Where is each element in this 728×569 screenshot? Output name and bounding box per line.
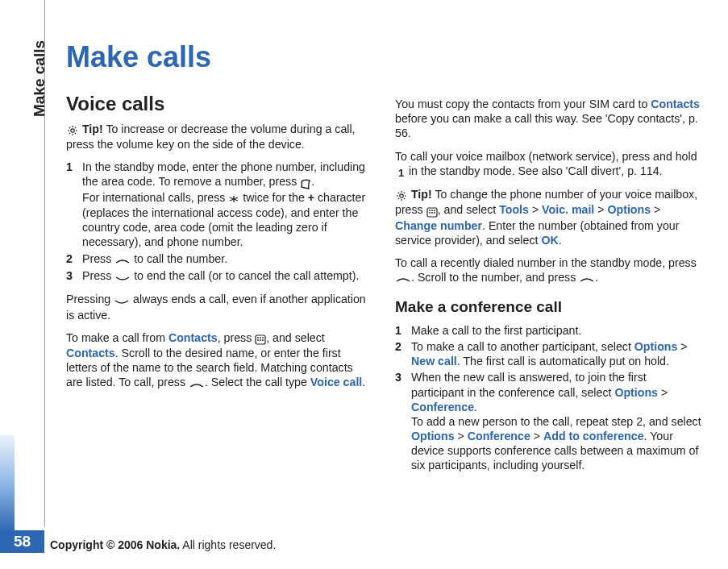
text: > — [658, 386, 668, 399]
link-conference: Conference — [468, 430, 530, 442]
svg-point-0 — [71, 129, 74, 132]
paragraph-contacts: To make a call from Contacts, press , an… — [66, 330, 372, 391]
link-contacts: Contacts — [651, 98, 700, 110]
call-key-icon — [114, 252, 131, 267]
link-voic-mail: Voic. mail — [542, 203, 594, 216]
menu-key-icon — [426, 204, 438, 218]
paragraph-voicemail: To call your voice mailbox (network serv… — [395, 149, 701, 180]
text: Press — [82, 252, 114, 265]
one-key-icon: 1 — [395, 164, 406, 179]
text: . — [595, 271, 598, 284]
call-key-icon — [579, 271, 595, 285]
svg-line-26 — [404, 198, 405, 199]
link-change-number: Change number — [395, 219, 482, 232]
text: . — [362, 376, 365, 388]
svg-text:1: 1 — [398, 167, 404, 178]
step-body: In the standby mode, enter the phone num… — [82, 160, 372, 249]
svg-point-20 — [400, 194, 403, 197]
step-3: 3 Press to end the call (or to cancel th… — [66, 268, 372, 284]
link-add-to-conference: Add to conference — [543, 430, 644, 442]
svg-point-13 — [257, 337, 259, 338]
step-body: To make a call to another participant, s… — [411, 339, 701, 368]
link-options: Options — [614, 386, 658, 399]
text: , and select — [266, 331, 325, 344]
side-gradient — [0, 435, 15, 532]
text: > — [455, 430, 468, 442]
footer-rest: All rights reserved. — [180, 538, 276, 551]
step-num: 3 — [395, 370, 411, 472]
text: In the standby mode, enter the phone num… — [82, 160, 365, 188]
menu-key-icon — [255, 331, 266, 346]
svg-point-34 — [431, 212, 433, 214]
text: > — [529, 203, 542, 216]
link-voice-call: Voice call — [310, 376, 362, 388]
link-contacts: Contacts — [66, 347, 115, 359]
svg-point-35 — [434, 212, 435, 214]
svg-point-33 — [429, 212, 431, 214]
svg-point-17 — [260, 339, 261, 341]
end-key-icon — [114, 293, 130, 307]
text: to end the call (or to cancel the call a… — [134, 269, 359, 282]
text: You must copy the contacts from your SIM… — [395, 98, 651, 110]
text: . — [559, 234, 562, 247]
paragraph-recent: To call a recently dialed number in the … — [395, 255, 701, 286]
svg-line-6 — [75, 133, 76, 134]
text: before you can make a call this way. See… — [395, 112, 698, 139]
svg-point-32 — [434, 210, 435, 211]
text: twice for the — [243, 191, 307, 204]
svg-point-15 — [262, 337, 264, 338]
link-options: Options — [607, 203, 651, 216]
text: , press — [218, 331, 256, 344]
clear-key-icon — [300, 176, 311, 190]
link-contacts: Contacts — [168, 331, 218, 344]
text: To make a call to another participant, s… — [411, 340, 634, 353]
svg-point-30 — [429, 210, 431, 211]
svg-line-7 — [75, 127, 76, 128]
text: To make a call from — [66, 331, 168, 344]
tip-text: To increase or decrease the volume durin… — [66, 123, 356, 151]
column-right: You must copy the contacts from your SIM… — [395, 39, 701, 481]
conf-step-2: 2 To make a call to another participant,… — [395, 339, 701, 368]
step-body: Make a call to the first participant. — [411, 323, 701, 338]
column-left: Make calls Voice calls Tip! To increase … — [66, 39, 372, 481]
text: in the standby mode. See also 'Call dive… — [409, 164, 663, 177]
step-body: When the new call is answered, to join t… — [411, 370, 701, 472]
text: To add a new person to the call, repeat … — [411, 415, 701, 428]
tip-volume: Tip! To increase or decrease the volume … — [66, 122, 372, 152]
text: . — [311, 175, 314, 188]
tip-label: Tip! — [411, 188, 432, 201]
paragraph-end-key: Pressing always ends a call, even if ano… — [66, 292, 372, 322]
svg-point-16 — [257, 339, 259, 341]
side-bar — [0, 0, 15, 569]
text: > — [651, 203, 660, 216]
step-body: Press to call the number. — [82, 251, 372, 267]
text: Pressing — [66, 293, 114, 305]
link-ok: OK — [541, 234, 558, 247]
link-options: Options — [411, 430, 455, 442]
side-tab-label: Make calls — [31, 40, 48, 117]
step-body: Press to end the call (or to cancel the … — [82, 268, 372, 284]
svg-line-8 — [69, 133, 70, 134]
text: , and select — [438, 203, 500, 216]
plus-char: + — [308, 191, 314, 204]
text: . — [474, 401, 477, 413]
conf-step-1: 1 Make a call to the first participant. — [395, 323, 701, 338]
tip-icon — [66, 123, 79, 137]
text: > — [677, 340, 687, 353]
link-tools: Tools — [499, 203, 529, 216]
text: . Scroll to the number, and press — [411, 271, 579, 284]
conf-step-3: 3 When the new call is answered, to join… — [395, 370, 701, 472]
text: When the new call is answered, to join t… — [411, 371, 647, 398]
call-key-icon — [395, 271, 411, 285]
text: . The first call is automatically put on… — [457, 355, 669, 368]
svg-line-27 — [404, 193, 405, 193]
tip-change-mailbox: Tip! To change the phone number of your … — [395, 187, 701, 247]
tip-label: Tip! — [82, 123, 103, 135]
text: For international calls, press — [82, 191, 228, 204]
text: > — [530, 430, 543, 442]
footer-bold: Copyright © 2006 Nokia. — [50, 538, 180, 551]
tip-icon — [395, 188, 408, 202]
call-key-icon — [189, 376, 205, 391]
text: . Select the call type — [205, 376, 310, 388]
svg-point-18 — [262, 339, 264, 341]
